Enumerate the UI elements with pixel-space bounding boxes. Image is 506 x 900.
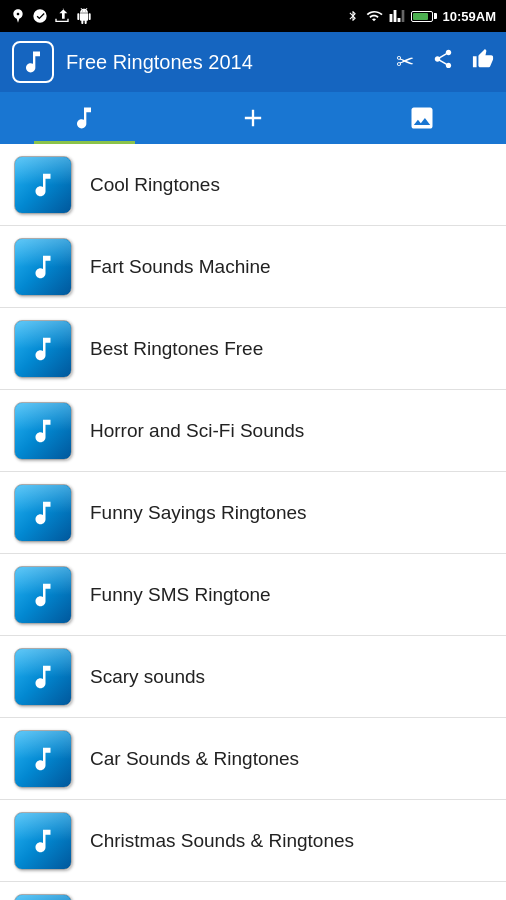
item-music-icon xyxy=(14,238,72,296)
music-note-icon xyxy=(28,252,58,282)
image-tab-icon xyxy=(408,104,436,132)
signal-icon xyxy=(389,8,405,24)
item-label: Fart Sounds Machine xyxy=(90,256,271,278)
music-note-icon xyxy=(28,580,58,610)
app-icon xyxy=(12,41,54,83)
thumbsup-button[interactable] xyxy=(472,48,494,76)
item-music-icon xyxy=(14,730,72,788)
list-item[interactable]: Funny SMS Ringtone xyxy=(0,554,506,636)
upload-icon xyxy=(54,8,70,24)
music-note-icon xyxy=(28,498,58,528)
time-display: 10:59AM xyxy=(443,9,496,24)
battery-indicator xyxy=(411,11,437,22)
bluetooth-icon xyxy=(347,8,359,24)
item-label: Christmas Sounds & Ringtones xyxy=(90,830,354,852)
list-item[interactable]: Cool Ringtones xyxy=(0,144,506,226)
ringtones-list: Cool Ringtones Fart Sounds Machine Best … xyxy=(0,144,506,900)
music-note-icon xyxy=(28,744,58,774)
list-item[interactable]: Best Ringtones Free xyxy=(0,308,506,390)
list-item[interactable]: Funny Sayings Ringtones xyxy=(0,472,506,554)
app-title: Free Ringtones 2014 xyxy=(66,51,384,74)
wifi-icon xyxy=(365,8,383,24)
add-tab-icon xyxy=(239,104,267,132)
music-note-icon xyxy=(28,170,58,200)
tab-add[interactable] xyxy=(169,92,338,144)
app-bar: Free Ringtones 2014 ✂ xyxy=(0,32,506,92)
tab-music[interactable] xyxy=(0,92,169,144)
item-music-icon xyxy=(14,894,72,901)
music-note-icon xyxy=(28,416,58,446)
music-note-icon xyxy=(28,334,58,364)
android-icon xyxy=(76,8,92,24)
app-music-icon xyxy=(19,48,47,76)
music-note-icon xyxy=(28,826,58,856)
item-label: Scary sounds xyxy=(90,666,205,688)
tab-bar xyxy=(0,92,506,144)
item-music-icon xyxy=(14,402,72,460)
status-bar: 10:59AM xyxy=(0,0,506,32)
list-item[interactable]: Horror and Sci-Fi Sounds xyxy=(0,390,506,472)
music-tab-icon xyxy=(70,104,98,132)
item-label: Funny SMS Ringtone xyxy=(90,584,271,606)
share-button[interactable] xyxy=(432,48,454,76)
item-label: Car Sounds & Ringtones xyxy=(90,748,299,770)
item-label: Cool Ringtones xyxy=(90,174,220,196)
item-music-icon xyxy=(14,812,72,870)
status-icons-right: 10:59AM xyxy=(347,8,496,24)
tab-image[interactable] xyxy=(337,92,506,144)
item-music-icon xyxy=(14,484,72,542)
list-item[interactable]: Car Sounds & Ringtones xyxy=(0,718,506,800)
alarm-icon xyxy=(10,8,26,24)
item-label: Horror and Sci-Fi Sounds xyxy=(90,420,304,442)
app-bar-actions: ✂ xyxy=(396,48,494,76)
crosshatch-icon xyxy=(32,8,48,24)
item-music-icon xyxy=(14,566,72,624)
list-item[interactable]: Musical Instruments Free xyxy=(0,882,506,900)
item-music-icon xyxy=(14,320,72,378)
list-item[interactable]: Scary sounds xyxy=(0,636,506,718)
list-item[interactable]: Christmas Sounds & Ringtones xyxy=(0,800,506,882)
music-note-icon xyxy=(28,662,58,692)
item-label: Best Ringtones Free xyxy=(90,338,263,360)
item-music-icon xyxy=(14,156,72,214)
status-icons-left xyxy=(10,8,92,24)
item-music-icon xyxy=(14,648,72,706)
scissors-button[interactable]: ✂ xyxy=(396,49,414,75)
list-item[interactable]: Fart Sounds Machine xyxy=(0,226,506,308)
item-label: Funny Sayings Ringtones xyxy=(90,502,307,524)
